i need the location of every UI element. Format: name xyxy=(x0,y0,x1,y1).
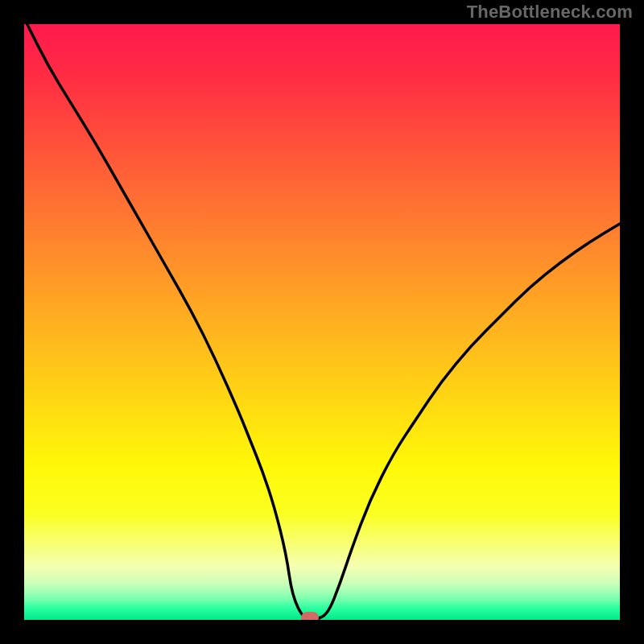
plot-area xyxy=(24,24,620,620)
chart-frame: TheBottleneck.com xyxy=(0,0,644,644)
bottleneck-curve xyxy=(24,24,620,620)
optimal-marker xyxy=(301,612,319,620)
watermark-text: TheBottleneck.com xyxy=(467,2,633,23)
